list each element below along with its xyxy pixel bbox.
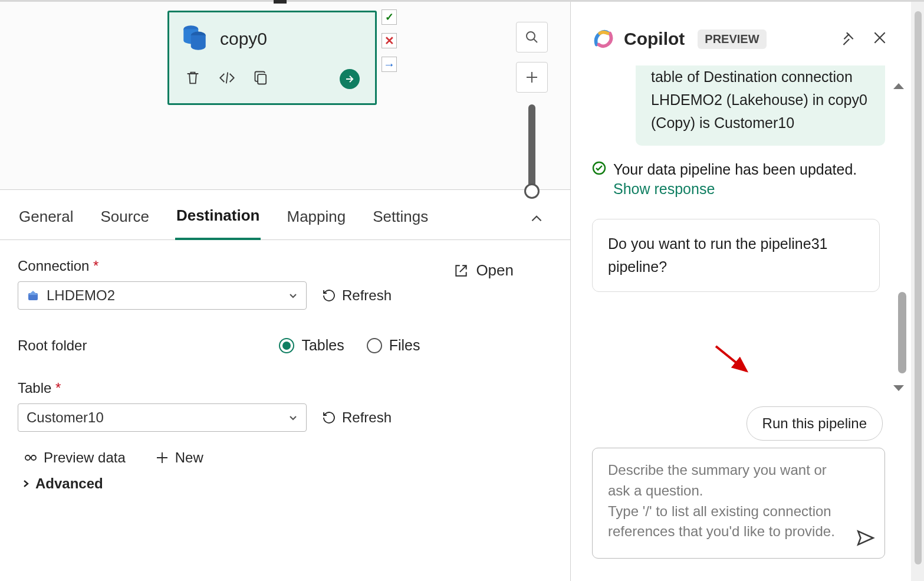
- assistant-action-message: table of Destination connection LHDEMO2 …: [636, 65, 885, 146]
- zoom-slider[interactable]: [528, 104, 535, 193]
- destination-form: Connection * LHDEMO2: [0, 240, 570, 510]
- database-icon: [182, 23, 207, 55]
- table-label: Table *: [18, 380, 553, 396]
- connection-select[interactable]: LHDEMO2: [18, 281, 307, 310]
- svg-point-6: [31, 455, 36, 460]
- copilot-title: Copilot: [624, 29, 685, 49]
- status-success-icon[interactable]: ✓: [382, 9, 397, 25]
- new-table-button[interactable]: New: [155, 449, 203, 466]
- status-fail-icon[interactable]: ✕: [382, 33, 397, 48]
- show-response-link[interactable]: Show response: [613, 180, 857, 198]
- code-icon[interactable]: [219, 70, 235, 88]
- chat-scroll-up-icon[interactable]: [893, 83, 904, 89]
- copilot-pane: Copilot PREVIEW table of Destination con…: [571, 2, 924, 581]
- run-this-pipeline-button[interactable]: Run this pipeline: [747, 406, 883, 441]
- connection-value: LHDEMO2: [47, 287, 115, 304]
- pin-icon[interactable]: [837, 27, 859, 51]
- radio-files[interactable]: Files: [367, 337, 420, 354]
- root-folder-label: Root folder: [18, 337, 87, 354]
- radio-tables[interactable]: Tables: [279, 337, 344, 354]
- svg-rect-2: [258, 74, 266, 84]
- svg-line-8: [716, 346, 747, 371]
- table-value: Customer10: [27, 409, 104, 426]
- success-check-icon: [592, 161, 606, 179]
- activity-node-copy0[interactable]: copy0: [167, 11, 377, 105]
- tab-source[interactable]: Source: [100, 202, 150, 239]
- refresh-table-button[interactable]: Refresh: [322, 409, 392, 426]
- collapse-panel-icon[interactable]: [529, 211, 544, 229]
- tab-settings[interactable]: Settings: [371, 202, 429, 239]
- canvas-tab-nub: [274, 0, 287, 4]
- tab-destination[interactable]: Destination: [175, 201, 261, 240]
- left-pane: copy0: [0, 2, 571, 581]
- canvas-search-button[interactable]: [516, 22, 548, 52]
- delete-icon[interactable]: [185, 70, 201, 88]
- preview-badge: PREVIEW: [698, 29, 766, 49]
- refresh-connection-button[interactable]: Refresh: [322, 287, 392, 304]
- preview-data-button[interactable]: Preview data: [24, 449, 126, 466]
- lakehouse-icon: [27, 289, 40, 302]
- assistant-question-bubble: Do you want to run the pipeline31 pipeli…: [592, 219, 880, 292]
- svg-point-5: [25, 455, 30, 460]
- table-select[interactable]: Customer10: [18, 403, 307, 432]
- chevron-down-icon: [288, 409, 298, 426]
- svg-point-3: [527, 32, 535, 40]
- copilot-input-placeholder: Describe the summary you want or ask a q…: [608, 462, 835, 539]
- copilot-header: Copilot PREVIEW: [571, 2, 924, 57]
- advanced-toggle[interactable]: Advanced: [18, 475, 553, 492]
- tab-mapping[interactable]: Mapping: [285, 202, 347, 239]
- canvas-tools: [516, 22, 548, 193]
- send-icon[interactable]: [856, 528, 876, 550]
- connection-label: Connection *: [18, 258, 392, 274]
- close-icon[interactable]: [869, 27, 891, 51]
- chat-scroll-down-icon[interactable]: [893, 385, 904, 391]
- pipeline-updated-text: Your data pipeline has been updated.: [613, 161, 857, 178]
- annotation-arrow-icon: [713, 344, 755, 379]
- app-root: copy0: [0, 0, 924, 581]
- config-tabs: General Source Destination Mapping Setti…: [0, 190, 570, 240]
- copilot-logo-icon: [592, 28, 614, 50]
- run-node-icon[interactable]: [340, 69, 360, 89]
- canvas-add-button[interactable]: [516, 62, 548, 93]
- status-skip-icon[interactable]: →: [382, 57, 397, 72]
- open-connection-button[interactable]: Open: [453, 261, 514, 280]
- tab-general[interactable]: General: [18, 202, 75, 239]
- pipeline-canvas[interactable]: copy0: [0, 2, 570, 189]
- activity-title: copy0: [220, 29, 267, 49]
- pipeline-updated-row: Your data pipeline has been updated. Sho…: [592, 161, 885, 198]
- copilot-input[interactable]: Describe the summary you want or ask a q…: [592, 448, 885, 559]
- chevron-down-icon: [288, 287, 298, 304]
- node-status-stack: ✓ ✕ →: [382, 9, 397, 72]
- chat-scrollbar-thumb[interactable]: [898, 292, 906, 373]
- config-panel: General Source Destination Mapping Setti…: [0, 189, 570, 581]
- copy-icon[interactable]: [253, 70, 269, 88]
